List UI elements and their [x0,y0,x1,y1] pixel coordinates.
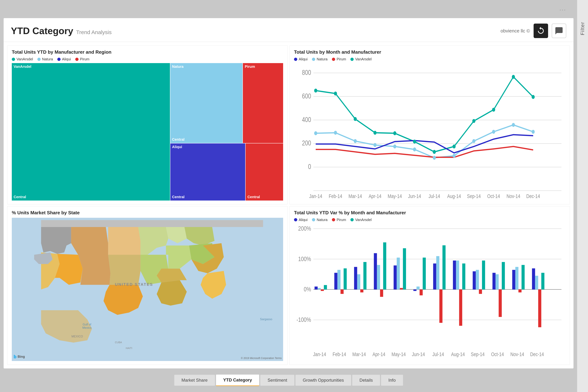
legend-dot-pirum-line [332,58,335,61]
header-right: obvience llc © [500,24,566,38]
svg-point-24 [334,92,337,96]
treemap-pirum-top[interactable]: Pirum [243,63,283,143]
legend-pirum-bar: Pirum [332,218,346,222]
svg-rect-104 [394,265,397,290]
svg-point-36 [334,131,337,135]
svg-marker-66 [41,220,263,227]
svg-rect-101 [377,265,380,290]
svg-rect-109 [416,286,420,290]
svg-rect-108 [413,290,416,291]
treemap-chart[interactable]: VanArsdel Central Natura Central Pirum [12,63,283,200]
map-label-cuba: CUBA [115,341,122,344]
treemap-pirum-bottom[interactable]: Central [246,144,283,200]
treemap-aliqui-label: Aliqui [172,145,182,149]
svg-point-41 [433,156,436,160]
svg-rect-116 [453,260,456,290]
map-svg [12,218,283,361]
svg-marker-48 [71,227,108,255]
svg-text:Mar-14: Mar-14 [348,193,362,199]
svg-marker-55 [78,255,111,285]
dashboard-header: YTD Category Trend Analysis obvience llc… [4,18,574,42]
legend-aliqui: Aliqui [57,57,71,61]
filter-label: Filter [580,22,586,35]
svg-text:Sep-14: Sep-14 [471,351,484,357]
charts-grid: Total Units YTD by Manufacturer and Regi… [4,42,574,368]
legend-dot-aliqui-line [294,58,297,61]
filter-panel[interactable]: Filter [577,0,588,392]
legend-natura-line: Natura [312,57,328,61]
svg-rect-95 [344,268,347,290]
legend-aliqui-bar: Aliqui [294,218,308,222]
svg-rect-118 [459,290,462,326]
svg-point-26 [374,131,376,135]
bar-chart-area[interactable]: 200% 100% 0% -100% Jan-14 Feb-14 Mar-14 … [294,224,565,361]
legend-dot-vanarsdel-bar [350,218,354,222]
line-chart-legend: Aliqui Natura Pirum VanArsdel [294,57,565,61]
bing-label: Bing [18,355,25,359]
svg-text:Aug-14: Aug-14 [447,193,461,199]
svg-rect-120 [473,271,476,290]
legend-dot-aliqui-bar [294,218,297,222]
svg-point-37 [354,139,357,143]
svg-text:200%: 200% [298,225,311,232]
bar-chart-svg: 200% 100% 0% -100% Jan-14 Feb-14 Mar-14 … [294,224,565,361]
tab-market-share[interactable]: Market Share [174,374,215,386]
svg-marker-64 [157,268,187,282]
treemap-vanarsdel[interactable]: VanArsdel Central [12,63,170,200]
svg-text:Mar-14: Mar-14 [352,351,366,357]
line-chart-area[interactable]: 800 600 400 200 0 Jan-14 Feb-14 Mar-14 A… [294,63,565,200]
svg-point-45 [512,123,515,127]
svg-text:Jun-14: Jun-14 [408,193,421,199]
header-title: YTD Category Trend Analysis [11,26,112,36]
svg-text:Dec-14: Dec-14 [530,351,544,357]
tab-details[interactable]: Details [352,374,380,386]
svg-rect-134 [538,290,541,327]
legend-label-natura-line: Natura [317,57,328,61]
svg-text:Jan-14: Jan-14 [313,351,326,357]
legend-label-aliqui-line: Aliqui [299,57,308,61]
svg-text:Apr-14: Apr-14 [372,351,386,357]
legend-aliqui-line: Aliqui [294,57,308,61]
legend-label-pirum-bar: Pirum [336,218,346,222]
tab-info[interactable]: Info [381,374,403,386]
svg-rect-115 [442,245,446,290]
svg-text:Jul-14: Jul-14 [428,193,440,199]
tabs-container: Market Share YTD Category Sentiment Grow… [174,368,403,392]
treemap-pirum-bottom-region: Central [248,195,260,199]
refresh-button[interactable] [534,24,548,38]
svg-rect-117 [456,260,459,290]
map-label-haiti: HAITI [126,347,132,350]
main-container: YTD Category Trend Analysis obvience llc… [0,0,577,392]
dots-menu[interactable]: ... [560,6,566,12]
svg-point-44 [492,130,495,134]
svg-rect-128 [512,270,515,290]
legend-natura-bar: Natura [312,218,328,222]
bar-chart-panel: Total Units YTD Var % by Month and Manuf… [290,206,570,365]
svg-text:Jan-14: Jan-14 [309,193,322,199]
treemap-natura[interactable]: Natura Central [170,63,243,143]
treemap-vanarsdel-label: VanArsdel [14,64,32,69]
svg-marker-47 [41,227,71,254]
legend-dot-aliqui [57,58,60,61]
legend-label-vanarsdel-line: VanArsdel [355,57,372,61]
svg-marker-62 [200,271,226,298]
svg-rect-126 [498,290,502,317]
svg-point-38 [374,143,376,147]
treemap-title: Total Units YTD by Manufacturer and Regi… [12,49,283,55]
map-container[interactable]: UNITED STATES Gulf ofMexico Sargasso MEX… [12,218,283,361]
tab-ytd-category[interactable]: YTD Category [216,374,260,386]
svg-text:Feb-14: Feb-14 [329,193,342,199]
svg-text:May-14: May-14 [388,193,402,199]
tab-growth-opportunities[interactable]: Growth Opportunities [295,374,351,386]
comment-button[interactable] [552,24,566,38]
legend-pirum-line: Pirum [332,57,346,61]
legend-label-pirum-line: Pirum [336,57,346,61]
map-copyright: © 2019 Microsoft Corporation Terms [241,357,282,360]
svg-rect-114 [439,290,442,323]
svg-rect-92 [334,273,337,290]
line-chart-title: Total Units by Month and Manufacturer [294,49,565,55]
svg-text:200: 200 [302,139,311,147]
tab-sentiment[interactable]: Sentiment [260,374,294,386]
svg-point-39 [393,144,396,148]
treemap-aliqui[interactable]: Aliqui Central [170,144,246,200]
